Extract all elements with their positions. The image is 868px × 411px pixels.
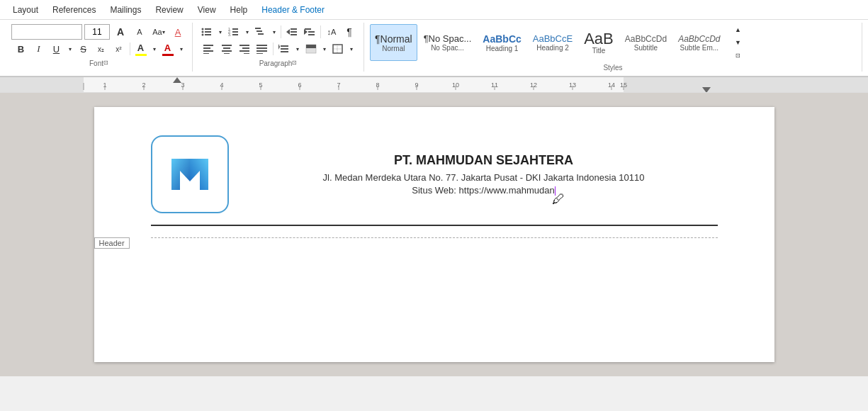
number-arrow[interactable]: ▾: [243, 24, 252, 40]
font-case-btn[interactable]: Aa ▾: [150, 24, 167, 40]
svg-point-2: [202, 31, 204, 33]
menu-layout[interactable]: Layout: [6, 2, 45, 18]
styles-label: Styles: [603, 62, 622, 72]
style-heading1[interactable]: AaBbCc Heading 1: [478, 24, 526, 61]
style-no-space[interactable]: ¶No Spac... No Spac...: [419, 24, 477, 61]
shading-btn[interactable]: [303, 41, 320, 57]
svg-rect-20: [305, 28, 311, 30]
svg-rect-28: [223, 47, 230, 49]
sort-btn[interactable]: ↕A: [323, 24, 340, 40]
bullet-list-btn[interactable]: [198, 24, 215, 40]
header-divider: Header: [151, 237, 718, 238]
menu-view[interactable]: View: [191, 2, 223, 18]
svg-rect-17: [291, 31, 297, 33]
menu-references[interactable]: References: [45, 2, 103, 18]
svg-rect-40: [281, 48, 288, 50]
multilevel-arrow[interactable]: ▾: [270, 24, 278, 40]
svg-rect-36: [257, 47, 267, 49]
svg-rect-9: [232, 31, 238, 33]
line-spacing-btn[interactable]: [276, 41, 293, 57]
font-color-btn[interactable]: A: [159, 41, 176, 57]
paragraph-label: Paragraph: [259, 58, 293, 67]
highlight-btn[interactable]: A: [133, 41, 150, 57]
svg-rect-14: [258, 33, 264, 35]
company-info: PT. MAHMUDAN SEJAHTERA Jl. Medan Merdeka…: [250, 153, 718, 196]
svg-rect-29: [222, 50, 232, 52]
font-grow-btn[interactable]: A: [112, 24, 129, 40]
align-right-btn[interactable]: [236, 41, 253, 57]
svg-marker-19: [304, 29, 308, 35]
logo-svg: [162, 146, 218, 203]
bullet-arrow[interactable]: ▾: [216, 24, 225, 40]
svg-rect-7: [232, 28, 238, 30]
menu-help[interactable]: Help: [223, 2, 255, 18]
svg-point-0: [202, 28, 204, 30]
font-section: A A Aa ▾ A B I U ▾ S x₂ x²: [6, 23, 193, 72]
svg-rect-5: [205, 34, 211, 35]
svg-rect-25: [203, 50, 213, 52]
svg-rect-16: [291, 28, 297, 30]
number-list-btn[interactable]: 1.2.3.: [225, 24, 242, 40]
align-justify-btn[interactable]: [254, 41, 271, 57]
menu-review[interactable]: Review: [148, 2, 190, 18]
website-url: https://www.mahmudan: [459, 185, 555, 196]
svg-rect-31: [239, 45, 249, 46]
font-size-input[interactable]: [84, 24, 110, 40]
spacing-arrow[interactable]: ▾: [293, 41, 302, 57]
align-center-btn[interactable]: [218, 41, 235, 57]
align-left-btn[interactable]: [201, 41, 218, 57]
font-expander[interactable]: ⊡: [103, 60, 108, 66]
svg-rect-39: [281, 45, 288, 47]
paragraph-expander[interactable]: ⊡: [292, 60, 297, 66]
multilevel-btn[interactable]: [252, 24, 269, 40]
underline-btn[interactable]: U: [48, 41, 65, 57]
style-title[interactable]: AaB Title: [579, 24, 619, 61]
italic-btn[interactable]: I: [30, 41, 47, 57]
menu-mailings[interactable]: Mailings: [103, 2, 148, 18]
svg-rect-24: [203, 47, 210, 49]
underline-arrow[interactable]: ▾: [66, 41, 74, 57]
svg-rect-38: [257, 53, 263, 54]
font-name-input[interactable]: [11, 24, 82, 40]
page-body[interactable]: [151, 238, 718, 309]
website-label: Situs Web:: [412, 185, 458, 196]
svg-rect-30: [224, 53, 230, 54]
font-color-arrow[interactable]: ▾: [177, 41, 186, 57]
svg-rect-50: [624, 77, 868, 93]
borders-arrow[interactable]: ▾: [347, 41, 356, 57]
increase-indent-btn[interactable]: [301, 24, 318, 40]
page-header-content: PT. MAHMUDAN SEJAHTERA Jl. Medan Merdeka…: [151, 135, 718, 226]
svg-rect-44: [306, 45, 316, 48]
styles-scroll-down[interactable]: ▼: [730, 37, 747, 48]
style-heading2[interactable]: AaBbCcE Heading 2: [528, 24, 577, 61]
svg-rect-11: [232, 34, 238, 35]
font-shrink-btn[interactable]: A: [131, 24, 148, 40]
svg-rect-27: [222, 45, 232, 46]
shading-arrow[interactable]: ▾: [320, 41, 329, 57]
borders-btn[interactable]: [329, 41, 346, 57]
svg-rect-3: [205, 31, 211, 33]
style-subtitle[interactable]: AaBbCcDd Subtitle: [620, 24, 672, 61]
styles-more[interactable]: ⊡: [730, 50, 747, 61]
document-area: PT. MAHMUDAN SEJAHTERA Jl. Medan Merdeka…: [0, 93, 868, 376]
menu-header-footer[interactable]: Header & Footer: [254, 2, 332, 18]
svg-rect-21: [308, 31, 315, 33]
highlight-arrow[interactable]: ▾: [150, 41, 159, 57]
pilcrow-btn[interactable]: ¶: [341, 24, 358, 40]
styles-scroll-up[interactable]: ▲: [730, 24, 747, 35]
strikethrough-btn[interactable]: S: [75, 41, 92, 57]
svg-rect-13: [257, 30, 262, 32]
bold-btn[interactable]: B: [13, 41, 30, 57]
superscript-btn[interactable]: x²: [111, 41, 128, 57]
style-subtle-em[interactable]: AaBbCcDd Subtle Em...: [673, 24, 725, 61]
svg-rect-32: [242, 47, 249, 49]
subscript-btn[interactable]: x₂: [93, 41, 110, 57]
svg-text:3.: 3.: [228, 33, 231, 37]
svg-rect-26: [203, 53, 209, 54]
font-label: Font: [89, 58, 103, 67]
clear-format-btn[interactable]: A: [169, 24, 186, 40]
decrease-indent-btn[interactable]: [283, 24, 300, 40]
style-normal[interactable]: ¶Normal Normal: [370, 24, 417, 61]
company-address: Jl. Medan Merdeka Utara No. 77. Jakarta …: [250, 172, 718, 183]
svg-marker-15: [286, 29, 290, 35]
